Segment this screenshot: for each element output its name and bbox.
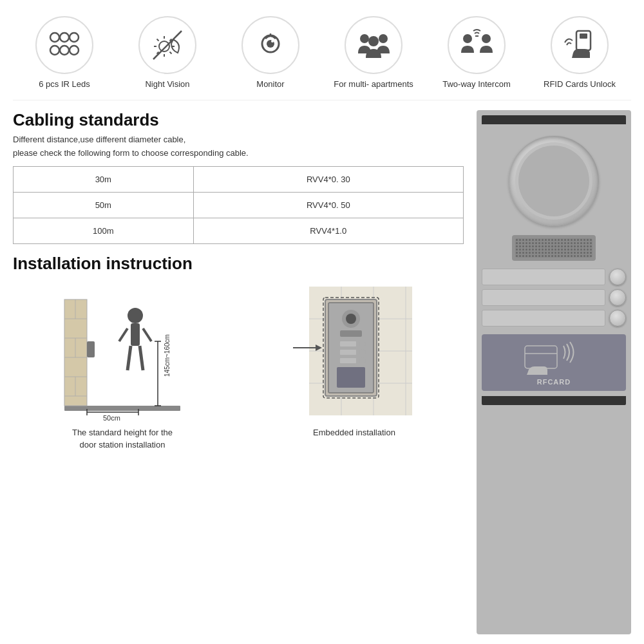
svg-rect-27 bbox=[580, 33, 587, 39]
height-diagram-container: 145cm~160cm 50cm The standard height for… bbox=[13, 280, 232, 450]
svg-point-5 bbox=[70, 46, 79, 55]
ir-leds-icon-circle bbox=[35, 16, 93, 74]
speaker-mesh-svg bbox=[515, 238, 592, 258]
call-button-2[interactable] bbox=[609, 289, 626, 306]
cabling-title: Cabling standards bbox=[13, 110, 464, 130]
cable-cell: RVV4*1.0 bbox=[193, 218, 463, 244]
svg-rect-70 bbox=[340, 350, 356, 355]
svg-point-2 bbox=[70, 33, 79, 42]
feature-rfid-unlock: RFID Cards Unlock bbox=[538, 16, 621, 90]
svg-point-20 bbox=[360, 34, 369, 43]
two-way-intercom-label: Two-way Intercom bbox=[442, 79, 510, 90]
apartments-icon bbox=[353, 24, 395, 66]
label-slot-1 bbox=[482, 269, 605, 285]
distance-cell: 100m bbox=[14, 218, 194, 244]
feature-two-way-intercom: Two-way Intercom bbox=[435, 16, 518, 90]
svg-point-73 bbox=[359, 357, 366, 364]
features-row: 6 pcs IR Leds bbox=[13, 10, 631, 100]
svg-rect-47 bbox=[87, 341, 95, 357]
svg-point-1 bbox=[60, 33, 69, 42]
svg-line-44 bbox=[140, 346, 143, 370]
button-row-1 bbox=[482, 269, 626, 285]
svg-rect-31 bbox=[64, 406, 180, 411]
svg-line-43 bbox=[128, 346, 131, 370]
feature-multi-apartments: For multi- apartments bbox=[332, 16, 415, 90]
svg-rect-42 bbox=[131, 323, 140, 346]
cabling-section: Cabling standards Different distance,use… bbox=[13, 110, 464, 245]
svg-point-4 bbox=[60, 46, 69, 55]
night-vision-icon-circle bbox=[138, 16, 196, 74]
feature-monitor: Monitor bbox=[229, 16, 312, 90]
label-slot-2 bbox=[482, 289, 605, 306]
height-diagram-svg: 145cm~160cm 50cm bbox=[58, 280, 187, 422]
rfid-icon bbox=[560, 26, 599, 64]
call-button-1[interactable] bbox=[609, 269, 626, 285]
svg-point-66 bbox=[346, 314, 356, 324]
device-bottom-bar bbox=[482, 396, 626, 405]
svg-point-3 bbox=[50, 46, 59, 55]
svg-point-18 bbox=[271, 40, 274, 43]
monitor-label: Monitor bbox=[256, 79, 284, 90]
monitor-icon bbox=[251, 26, 290, 64]
right-content: RFCARD bbox=[477, 110, 631, 634]
embedded-diagram-svg bbox=[290, 280, 419, 422]
cabling-desc: Different distance,use different diamete… bbox=[13, 133, 464, 160]
svg-rect-86 bbox=[525, 346, 557, 368]
svg-text:145cm~160cm: 145cm~160cm bbox=[164, 335, 171, 377]
embedded-diagram-container: Embedded installation bbox=[245, 280, 464, 450]
svg-line-45 bbox=[119, 328, 128, 341]
camera-mesh-svg bbox=[512, 139, 596, 223]
svg-line-12 bbox=[170, 52, 172, 54]
button-rows bbox=[482, 269, 626, 327]
rfid-text-label: RFCARD bbox=[537, 378, 571, 386]
intercom-icon-circle bbox=[448, 16, 506, 74]
page-wrapper: 6 pcs IR Leds bbox=[0, 0, 644, 644]
call-button-3[interactable] bbox=[609, 310, 626, 327]
apartments-icon-circle bbox=[345, 16, 402, 74]
rfid-unlock-label: RFID Cards Unlock bbox=[544, 79, 616, 90]
svg-point-6 bbox=[159, 41, 169, 52]
installation-title: Installation instruction bbox=[13, 254, 464, 274]
svg-point-23 bbox=[463, 34, 472, 43]
monitor-icon-circle bbox=[242, 16, 299, 74]
svg-point-21 bbox=[379, 34, 388, 43]
embedded-diagram-label: Embedded installation bbox=[313, 427, 395, 439]
camera-unit bbox=[509, 136, 599, 226]
svg-rect-68 bbox=[340, 341, 356, 346]
rfid-panel: RFCARD bbox=[482, 334, 626, 391]
svg-text:50cm: 50cm bbox=[103, 414, 120, 422]
table-row: 50m RVV4*0. 50 bbox=[14, 193, 464, 218]
svg-rect-67 bbox=[340, 330, 362, 337]
svg-point-24 bbox=[482, 34, 491, 43]
distance-cell: 50m bbox=[14, 193, 194, 218]
button-row-3 bbox=[482, 310, 626, 327]
feature-ir-leds: 6 pcs IR Leds bbox=[23, 16, 106, 90]
multi-apartments-label: For multi- apartments bbox=[334, 79, 413, 90]
label-slot-3 bbox=[482, 310, 605, 327]
ir-leds-icon bbox=[45, 26, 84, 64]
rfid-panel-svg bbox=[522, 339, 586, 378]
height-diagram-label: The standard height for thedoor station … bbox=[72, 427, 173, 450]
feature-night-vision: Night Vision bbox=[126, 16, 209, 90]
svg-point-71 bbox=[359, 349, 366, 355]
table-row: 30m RVV4*0. 30 bbox=[14, 167, 464, 193]
night-vision-label: Night Vision bbox=[145, 79, 189, 90]
table-row: 100m RVV4*1.0 bbox=[14, 218, 464, 244]
ir-leds-label: 6 pcs IR Leds bbox=[39, 79, 90, 90]
svg-line-46 bbox=[143, 328, 151, 341]
svg-rect-74 bbox=[337, 367, 365, 388]
svg-line-15 bbox=[153, 31, 182, 59]
button-row-2 bbox=[482, 289, 626, 306]
cable-cell: RVV4*0. 50 bbox=[193, 193, 463, 218]
main-content: Cabling standards Different distance,use… bbox=[13, 110, 631, 634]
installation-section: Installation instruction bbox=[13, 254, 464, 634]
cable-table: 30m RVV4*0. 30 50m RVV4*0. 50 100m RVV4*… bbox=[13, 166, 464, 244]
install-diagrams: 145cm~160cm 50cm The standard height for… bbox=[13, 280, 464, 450]
left-content: Cabling standards Different distance,use… bbox=[13, 110, 464, 634]
night-vision-icon bbox=[148, 26, 187, 64]
rfid-icon-circle bbox=[551, 16, 609, 74]
cable-cell: RVV4*0. 30 bbox=[193, 167, 463, 193]
svg-point-41 bbox=[128, 308, 143, 323]
svg-rect-85 bbox=[515, 238, 592, 258]
device-top-bar bbox=[482, 115, 626, 124]
